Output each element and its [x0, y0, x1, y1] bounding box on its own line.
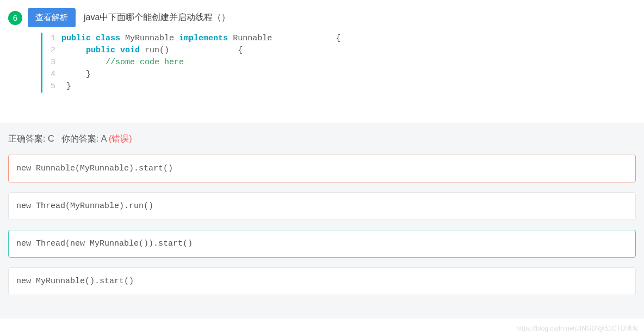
wrong-tag: (错误)	[109, 134, 132, 143]
watermark: https://blog.csdn.net/JINGDI@51CTO博客	[516, 324, 639, 333]
option-d[interactable]: new MyRunnable().start()	[8, 267, 636, 295]
code-block: 12345 public class MyRunnable implements…	[33, 33, 644, 101]
view-analysis-button[interactable]: 查看解析	[28, 8, 76, 27]
correct-answer-label: 正确答案: C	[8, 134, 54, 143]
question-title: java中下面哪个能创建并启动线程（）	[84, 12, 230, 23]
option-a[interactable]: new Runnable(MyRunnable).start()	[8, 155, 636, 182]
your-answer-label: 你的答案: A	[61, 134, 107, 143]
code-line: public class MyRunnable implements Runna…	[61, 33, 340, 93]
option-c[interactable]: new Thread(new MyRunnable()).start()	[8, 230, 636, 258]
answer-summary: 正确答案: C 你的答案: A (错误)	[8, 133, 636, 145]
answer-section: 正确答案: C 你的答案: A (错误) new Runnable(MyRunn…	[0, 123, 644, 319]
option-b[interactable]: new Thread(MyRunnable).run()	[8, 192, 636, 220]
line-gutter: 12345	[49, 33, 61, 93]
question-number-badge: 6	[8, 11, 22, 25]
question-header: 6 查看解析 java中下面哪个能创建并启动线程（）	[0, 0, 644, 33]
